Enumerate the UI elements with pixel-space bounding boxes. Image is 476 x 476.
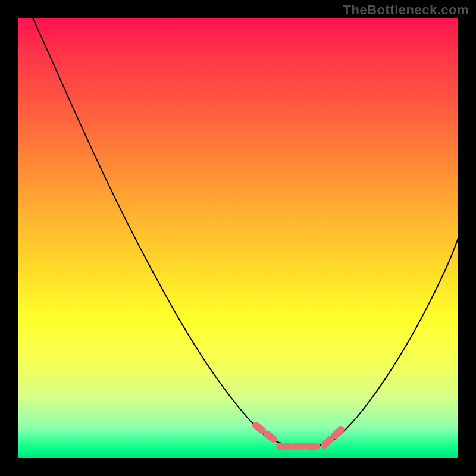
chart-frame: TheBottleneck.com <box>0 0 476 476</box>
optimum-highlight-left <box>256 425 277 441</box>
plot-area <box>18 18 458 458</box>
curve-svg <box>18 18 458 458</box>
optimum-highlight-right <box>324 428 342 445</box>
watermark-text: TheBottleneck.com <box>343 2 469 18</box>
curve-right-ascent <box>327 238 458 444</box>
curve-left-descent <box>33 18 265 436</box>
